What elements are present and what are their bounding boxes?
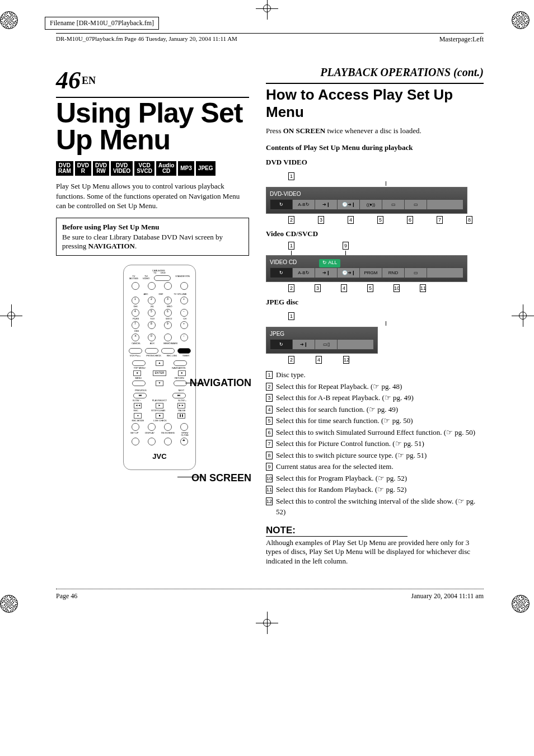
before-body-nav: NAVIGATION [88,242,135,250]
intro-text: Play Set Up Menu allows you to control v… [56,181,249,211]
legend-item: 2Select this for Repeat Playback. (☞ pg.… [266,381,484,392]
legend-item: 4Select this for search function. (☞ pg.… [266,404,484,415]
osd-jpeg: JPEG ↻➔❙▭▯ [266,327,378,354]
vcd-figure: 1 9 VIDEO CD↻ ALL ↻A-B↻➔❙🕐➔❙PRGMRND▭ 2 3… [266,242,484,292]
subtitle: How to Access Play Set Up Menu [266,86,484,121]
fmt-audiocd: AudioCD [156,161,176,176]
jpeg-callouts-bottom: 2 4 12 [288,356,484,364]
footer-date: January 20, 2004 11:11 am [411,592,484,600]
before-body-1: Be sure to clear Library Database DVD Na… [62,233,223,250]
dvd-figure: 1 DVD-VIDEO ↻A-B↻➔❙🕐➔❙((●))▭▭ 2 3 4 5 6 … [266,170,484,224]
legend-list: 1Disc type.2Select this for Repeat Playb… [266,369,484,518]
section-heading: PLAYBACK OPERATIONS (cont.) [266,66,484,81]
format-badges: DVDRAM DVDR DVDRW DVDVIDEO VCDSVCD Audio… [56,161,249,176]
before-title: Before using Play Set Up Menu [62,223,243,232]
note-heading: NOTE: [266,525,407,537]
fmt-jpeg: JPEG [196,161,216,176]
osd-dvd: DVD-VIDEO ↻A-B↻➔❙🕐➔❙((●))▭▭ [266,187,467,214]
jpeg-label: JPEG disc [266,298,484,307]
fmt-dvdrw: DVDRW [93,161,109,176]
dvd-callouts-bottom: 2 3 4 5 6 7 8 [288,216,484,224]
filename-box: Filename [DR-M10U_07Playback.fm] [45,17,159,30]
remote-illustration: CABLE/DBS TV DVD TVMUTINGTV/VIDEOSTANDBY… [123,265,196,470]
remote-brand: JVC [127,452,192,461]
callout-line-osc [177,477,204,477]
dvd-video-label: DVD VIDEO [266,158,484,167]
legend-item: 8Select this to switch picture source ty… [266,450,484,461]
legend-item: 7Select this for Picture Control functio… [266,438,484,449]
callout-onscreen: ON SCREEN [191,472,251,484]
legend-item: 1Disc type. [266,369,484,381]
legend-item: 9Current status area for the selected it… [266,461,484,472]
footer: Page 46 January 20, 2004 11:11 am [56,589,484,600]
legend-item: 12Select this to control the switching i… [266,496,484,518]
fmt-vcd: VCDSVCD [134,161,154,176]
page-number-block: 46EN [56,66,249,95]
lang-code: EN [82,75,96,86]
osd-vcd: VIDEO CD↻ ALL ↻A-B↻➔❙🕐➔❙PRGMRND▭ [266,255,467,282]
header-left: DR-M10U_07Playback.fm Page 46 Tuesday, J… [56,35,237,44]
legend-item: 5Select this for time search function. (… [266,415,484,426]
before-box: Before using Play Set Up Menu Be sure to… [56,218,249,256]
legend-item: 11Select this for Random Playback. (☞ pg… [266,484,484,495]
main-title: Using Play Set Up Menu [56,100,249,153]
legend-item: 3Select this for A-B repeat Playback. (☞… [266,392,484,403]
contents-heading: Contents of Play Set Up Menu during play… [266,143,484,152]
jpeg-figure: 1 JPEG ↻➔❙▭▯ 2 4 12 [266,310,484,364]
vcd-label: Video CD/SVCD [266,229,484,238]
fmt-dvdvideo: DVDVIDEO [111,161,133,176]
callout-line-nav [185,383,204,383]
legend-item: 10Select this for Program Playback. (☞ p… [266,473,484,484]
vcd-callouts-bottom: 2 3 4 5 10 11 [288,284,484,292]
header-line: DR-M10U_07Playback.fm Page 46 Tuesday, J… [56,33,484,44]
page-number: 46 [56,67,81,94]
fmt-dvdr: DVDR [75,161,91,176]
section-rule [266,83,484,84]
instruction: Press ON SCREEN twice whenever a disc is… [266,126,484,135]
before-body-2: . [135,242,137,250]
fmt-mp3: MP3 [178,161,194,176]
fmt-dvdram: DVDRAM [56,161,73,176]
footer-page: Page 46 [56,592,77,600]
masterpage: Masterpage:Left [439,35,484,44]
note-body: Although examples of Play Set Up Menu ar… [266,538,484,567]
legend-item: 6Select this to switch Simulated Surroun… [266,427,484,438]
